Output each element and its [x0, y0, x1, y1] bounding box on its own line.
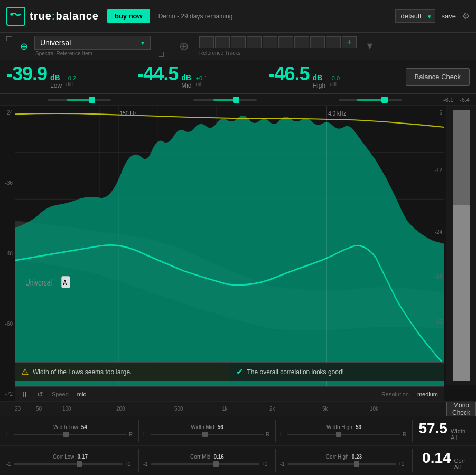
low-diff-val: -0.2: [66, 75, 76, 81]
preset-wrapper: default: [395, 10, 435, 23]
freq-2k: 2k: [269, 406, 275, 412]
mid-slider-track[interactable]: [193, 99, 257, 101]
resolution-value: medium: [417, 391, 438, 397]
high-slider-track[interactable]: [339, 99, 402, 101]
meter-group-high: -46.5 dB High -0.0 diff: [268, 64, 399, 89]
gear-icon[interactable]: ⚙: [462, 11, 470, 21]
buy-now-button[interactable]: buy now: [107, 9, 150, 24]
corr-all-val: 0.14: [422, 451, 451, 466]
pause-button[interactable]: ⏸: [21, 390, 29, 398]
logo-icon: [6, 7, 25, 26]
width-high-track[interactable]: [287, 434, 400, 435]
balance-check-button[interactable]: Balance Check: [406, 68, 470, 86]
meters-row: -39.9 dB Low -0.2 diff -44.5 dB Mid +0.1…: [0, 60, 476, 94]
notifications-overlay: ⚠ Width of the Lows seems too large. ✔ T…: [15, 362, 444, 381]
mid-diff-label: diff: [196, 81, 208, 87]
vu-bar-container: [453, 110, 470, 381]
freq-100: 100: [62, 406, 71, 412]
ref-add-button[interactable]: +: [342, 36, 357, 48]
width-mid-label: Width Mid: [191, 424, 214, 430]
corr-high-track[interactable]: [287, 463, 396, 465]
ref-tracks-arrow[interactable]: ▼: [365, 41, 375, 52]
width-high-header: Width High 53: [280, 424, 408, 430]
y-label-72: -72: [0, 391, 15, 397]
sliders-row: -6.1 -6.4: [0, 94, 476, 106]
ref-slot-2[interactable]: [215, 36, 230, 48]
high-diff-val: -0.0: [330, 75, 340, 81]
mid-diff-val: +0.1: [196, 75, 208, 81]
low-diff: -0.2 diff: [66, 75, 76, 87]
header: true:balance buy now Demo - 29 days rema…: [0, 0, 476, 33]
ok-text: The overall correlation looks good!: [247, 368, 344, 376]
width-mid-header: Width Mid 56: [143, 424, 271, 430]
ref-slot-4[interactable]: [247, 36, 262, 48]
ref-slot-5[interactable]: [263, 36, 277, 48]
corr-mid-track[interactable]: [151, 463, 259, 465]
logo-text: true:balance: [30, 10, 99, 22]
vu-meter: [446, 106, 476, 385]
y-label-60: -60: [0, 321, 15, 327]
high-slider-fill: [357, 99, 385, 101]
ref-slot-8[interactable]: [310, 36, 325, 48]
corr-low-slider: -1 +1: [6, 461, 134, 467]
freq-500: 500: [174, 406, 183, 412]
balance-right: -6.4: [460, 97, 470, 103]
crosshair-icon[interactable]: ⊕: [20, 41, 28, 52]
low-slider-track[interactable]: [48, 99, 111, 101]
corr-mid-thumb: [213, 461, 219, 467]
width-low-slider: L R: [6, 432, 134, 438]
width-low-track[interactable]: [14, 434, 127, 435]
corr-mid-left: -1: [143, 461, 148, 467]
all-label: All: [451, 434, 465, 441]
low-slider-group: [6, 99, 152, 101]
corr-low-val: 0.17: [78, 454, 88, 460]
mid-band: Mid: [181, 82, 191, 89]
y-axis-left: -24 -36 -48 -60 -72: [0, 106, 15, 401]
save-button[interactable]: save: [442, 12, 456, 20]
ref-slot-1[interactable]: [199, 36, 214, 48]
mono-check-button[interactable]: Mono Check: [446, 402, 476, 416]
resolution-label: Resolution: [381, 391, 409, 397]
width-mid-track[interactable]: [151, 434, 264, 435]
width-low-r: R: [129, 432, 134, 438]
corr-all-label-group: Corr All: [454, 458, 465, 470]
spectral-ref-area: Universal Spectral Reference Item: [34, 36, 151, 56]
corr-low-thumb: [77, 461, 82, 467]
mid-diff: +0.1 diff: [196, 75, 208, 87]
width-high-group: Width High 53 L R: [280, 424, 408, 438]
low-diff-label: diff: [66, 81, 76, 87]
y-right-6: -6: [437, 110, 442, 116]
y-right-60: -60: [435, 319, 442, 325]
width-mid-r: R: [266, 432, 271, 438]
freq-labels-row: 20 50 100 200 500 1k 2k 5k 10k Mono Chec…: [0, 401, 476, 416]
width-mid-val: 56: [218, 424, 223, 430]
high-value: -46.5: [268, 64, 309, 83]
corr-mid-header: Corr Mid 0.16: [143, 454, 271, 460]
header-right: default save ⚙: [395, 10, 470, 23]
app-container: true:balance buy now Demo - 29 days rema…: [0, 0, 476, 475]
corr-high-val: 0.23: [352, 454, 362, 460]
corr-high-left: -1: [280, 461, 285, 467]
ref-slot-3[interactable]: [231, 36, 246, 48]
width-high-label: Width High: [326, 424, 352, 430]
spectral-ref-dropdown[interactable]: Universal: [34, 36, 151, 50]
width-low-group: Width Low 54 L R: [6, 424, 134, 438]
y-label-24: -24: [0, 110, 15, 116]
ref-slot-9[interactable]: [326, 36, 341, 48]
width-low-label: Width Low: [53, 424, 78, 430]
refresh-button[interactable]: ↺: [37, 390, 43, 398]
corr-low-track[interactable]: [14, 463, 123, 465]
corr-all-display: 0.14 Corr All: [422, 451, 465, 470]
corr-low-left: -1: [6, 461, 12, 467]
ref-slot-6[interactable]: [278, 36, 293, 48]
speed-label: Speed: [52, 391, 69, 397]
ref-slot-7[interactable]: [294, 36, 309, 48]
preset-dropdown[interactable]: default: [395, 10, 435, 23]
corr-mid-label: Corr Mid: [190, 454, 210, 460]
y-right-12: -12: [435, 167, 442, 173]
width-label: Width: [451, 428, 465, 434]
vu-gray-bottom: [453, 205, 470, 381]
balance-nums: -6.1 -6.4: [443, 97, 470, 103]
corr-high-thumb: [354, 461, 359, 467]
width-high-val: 53: [356, 424, 361, 430]
